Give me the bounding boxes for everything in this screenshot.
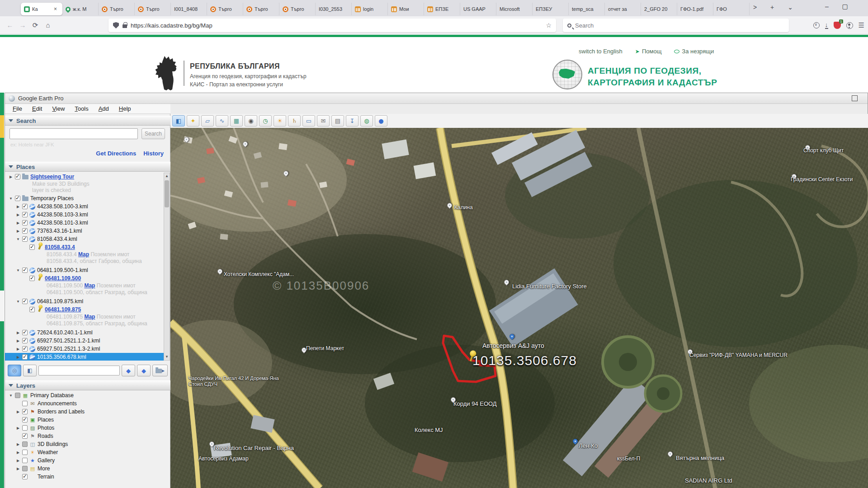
menu-item-edit[interactable]: Edit (28, 104, 46, 113)
checkbox[interactable] (22, 220, 28, 225)
checkbox[interactable] (22, 474, 28, 479)
maximize-button[interactable]: ▢ (838, 3, 852, 10)
help-link[interactable]: ➤Помощ (635, 48, 662, 55)
ruler-icon[interactable] (302, 115, 315, 127)
tree-right-arrow-icon[interactable] (16, 331, 20, 335)
url-bar[interactable]: https://kais.cadastre.bg/bg/Map ☆ (108, 19, 556, 32)
menu-item-help[interactable]: Help (115, 104, 135, 113)
menu-item-add[interactable]: Add (94, 104, 113, 113)
layers-tree-row[interactable]: Borders and Labels (5, 408, 170, 416)
ge-title-bar[interactable]: Google Earth Pro (5, 93, 868, 104)
place-label[interactable]: 81058.433.4 (45, 244, 75, 250)
get-directions-link[interactable]: Get Directions (96, 150, 136, 157)
bookmark-star-icon[interactable]: ☆ (546, 22, 552, 29)
switch-to-english-link[interactable]: switch to English (579, 48, 623, 55)
map-link[interactable]: Map (78, 251, 89, 258)
checkbox[interactable] (22, 425, 28, 431)
checkbox[interactable] (22, 228, 28, 234)
browser-tab[interactable]: Търго (135, 3, 171, 15)
tree-down-arrow-icon[interactable] (16, 300, 20, 304)
browser-tab[interactable]: ГФО (713, 3, 750, 15)
browser-tab[interactable]: Търго (99, 3, 135, 15)
tree-right-arrow-icon[interactable] (16, 426, 20, 430)
browser-tab[interactable]: ЕПЗЕ (424, 3, 460, 15)
browser-tab[interactable]: ГФО-1.pdf (677, 3, 713, 15)
layer-label[interactable]: Gallery (38, 457, 55, 464)
place-label[interactable]: 65927.501.2521.1.2-1.kml (37, 338, 100, 344)
layer-label[interactable]: Primary Database (30, 392, 74, 399)
layer-label[interactable]: Places (38, 417, 54, 423)
place-label[interactable]: 06481.109.500 (45, 275, 81, 282)
checkbox[interactable] (15, 393, 20, 398)
place-label[interactable]: 44238.508.103-3.kml (37, 211, 88, 218)
layers-panel-header[interactable]: Layers (5, 380, 170, 390)
layer-label[interactable]: Photos (38, 425, 54, 431)
places-tree-row[interactable]: 44238.508.101-3.kml (5, 219, 164, 227)
place-label[interactable]: 06481.109.500-1.kml (37, 267, 88, 273)
browser-tab[interactable]: Ка (21, 3, 62, 15)
places-tree-row[interactable]: 06481.109.875.kml (5, 297, 164, 305)
place-label[interactable]: 44238.508.100-3.kml (37, 203, 88, 210)
tab-overflow-chevron-icon[interactable]: > (750, 4, 760, 11)
adblock-extension-icon[interactable] (834, 22, 841, 29)
ge-search-button[interactable]: Search (142, 128, 165, 139)
browser-search-bar[interactable]: Search (563, 19, 789, 32)
checkbox[interactable] (22, 417, 28, 422)
place-label[interactable]: 72624.610.240.1-1.kml (37, 329, 93, 336)
close-icon[interactable] (54, 6, 59, 12)
checkbox[interactable] (29, 244, 35, 250)
places-tree-row[interactable]: 06481.109.500-1.kml (5, 266, 164, 274)
email-icon[interactable] (317, 115, 330, 127)
layer-label[interactable]: More (38, 465, 50, 472)
home-icon[interactable]: ⌂ (42, 21, 54, 29)
menu-item-view[interactable]: View (48, 104, 69, 113)
checkbox[interactable] (29, 307, 35, 312)
ge-maximize-button[interactable] (852, 95, 858, 101)
browser-tab[interactable]: US GAAP (460, 3, 496, 15)
checkbox[interactable] (15, 174, 20, 179)
place-label[interactable]: 81058.433.4.kml (37, 236, 77, 242)
history-link[interactable]: History (143, 150, 164, 157)
polygon-icon[interactable] (201, 115, 214, 127)
layer-label[interactable]: Announcements (38, 400, 77, 407)
checkbox[interactable] (22, 450, 28, 455)
tree-right-arrow-icon[interactable] (16, 205, 20, 209)
accessibility-link[interactable]: За незрящи (674, 48, 714, 55)
place-label[interactable]: 65927.501.2521.1.3-2.kml (37, 346, 100, 352)
map-link[interactable]: Map (84, 282, 95, 289)
satellite-map[interactable]: Спорт клуб ЩитГрадински Center ЕкзотиКал… (170, 128, 868, 488)
places-panel-header[interactable]: Places (5, 162, 170, 172)
pocket-icon[interactable] (813, 22, 820, 28)
tree-right-arrow-icon[interactable] (16, 221, 20, 225)
view-in-maps-icon[interactable] (360, 115, 373, 127)
checkbox[interactable] (22, 433, 28, 439)
search-results-toggle-button[interactable]: ◎ (8, 365, 21, 376)
save-image-icon[interactable] (346, 115, 359, 127)
planets-icon[interactable] (288, 115, 301, 127)
layers-tree-row[interactable]: Roads (5, 432, 170, 440)
checkbox[interactable] (29, 276, 35, 281)
checkbox[interactable] (22, 299, 28, 304)
checkbox[interactable] (22, 330, 28, 335)
image-overlay-icon[interactable] (230, 115, 243, 127)
browser-tab[interactable]: Мои (388, 3, 424, 15)
browser-tab[interactable]: Търго (207, 3, 243, 15)
reload-icon[interactable]: ⟳ (29, 21, 42, 29)
search-panel-header[interactable]: Search (5, 116, 170, 126)
checkbox[interactable] (22, 212, 28, 217)
browser-tab[interactable]: 2_GFO 20 (641, 3, 677, 15)
layers-tree-row[interactable]: Photos (5, 424, 170, 432)
place-label[interactable]: 10135.3506.678.kml (37, 354, 86, 360)
browser-tab[interactable]: ж.к. М (62, 3, 99, 15)
tree-down-arrow-icon[interactable] (16, 237, 20, 241)
checkbox[interactable] (22, 236, 28, 242)
places-tree-row[interactable]: 73763.43.16-1.kml (5, 227, 164, 235)
tree-right-arrow-icon[interactable] (16, 347, 20, 351)
browser-tab[interactable]: I001_8408 (171, 3, 207, 15)
layers-tree-row[interactable]: Places (5, 416, 170, 424)
account-icon[interactable] (846, 22, 853, 29)
browser-tab[interactable]: Търго (243, 3, 279, 15)
checkbox[interactable] (22, 354, 28, 360)
places-tree-row[interactable]: 72624.610.240.1-1.kml (5, 328, 164, 337)
checkbox[interactable] (22, 346, 28, 352)
